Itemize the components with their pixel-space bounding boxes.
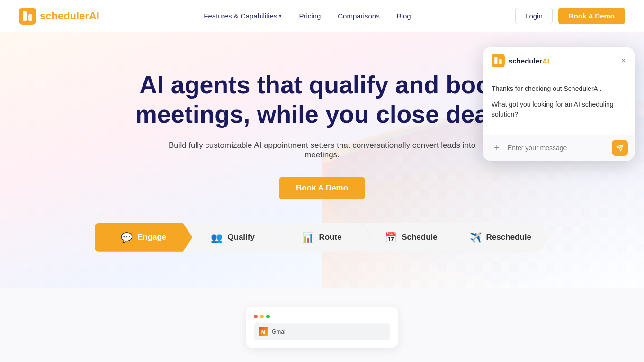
- qualify-icon: 👥: [211, 232, 223, 243]
- reschedule-icon: ✈️: [470, 232, 482, 243]
- gmail-label: Gmail: [272, 328, 286, 335]
- step-reschedule[interactable]: ✈️ Reschedule: [452, 223, 549, 252]
- svg-rect-8: [494, 57, 497, 64]
- content-area: M Gmail: [0, 288, 644, 362]
- gmail-preview: M Gmail: [254, 323, 390, 340]
- step-qualify[interactable]: 👥 Qualify: [184, 223, 281, 252]
- send-icon: [616, 144, 624, 152]
- browser-dot-red: [254, 315, 258, 318]
- step-schedule[interactable]: 📅 Schedule: [362, 223, 460, 252]
- steps-bar: 💬 Engage 👥 Qualify 📊 Route 📅 Schedule ✈️…: [95, 223, 549, 252]
- chat-attach-button[interactable]: +: [490, 141, 504, 155]
- chat-logo-text: schedulerAI: [509, 57, 549, 65]
- svg-rect-0: [19, 8, 36, 25]
- chat-message-2: What got you looking for an AI schedulin…: [492, 100, 626, 119]
- chat-input[interactable]: [508, 144, 608, 152]
- preview-card: M Gmail: [246, 307, 398, 348]
- chat-header: schedulerAI ×: [483, 47, 635, 74]
- route-icon: 📊: [302, 232, 314, 243]
- navbar: schedulerAI Features & Capabilities ▾ Pr…: [0, 0, 644, 32]
- chat-widget: schedulerAI × Thanks for checking out Sc…: [483, 47, 635, 161]
- chat-close-button[interactable]: ×: [621, 56, 626, 65]
- book-demo-button-nav[interactable]: Book A Demo: [558, 8, 625, 24]
- logo-text: schedulerAI: [40, 10, 99, 22]
- hero-heading: AI agents that qualify and book meetings…: [109, 70, 535, 129]
- browser-dot-yellow: [260, 315, 264, 318]
- chat-messages: Thanks for checking out SchedulerAI. Wha…: [483, 74, 635, 135]
- step-route[interactable]: 📊 Route: [273, 223, 371, 252]
- chat-input-area: +: [483, 135, 635, 161]
- chevron-down-icon: ▾: [279, 13, 282, 19]
- chat-logo: schedulerAI: [492, 54, 549, 67]
- login-button[interactable]: Login: [515, 8, 553, 24]
- svg-rect-9: [499, 59, 502, 64]
- logo-icon: [19, 8, 36, 25]
- browser-dot-green: [266, 315, 270, 318]
- book-demo-button-hero[interactable]: Book A Demo: [279, 177, 365, 199]
- nav-comparisons[interactable]: Comparisons: [338, 12, 379, 20]
- nav-actions: Login Book A Demo: [515, 8, 625, 24]
- browser-bar: [254, 315, 390, 318]
- chat-message-1: Thanks for checking out SchedulerAI.: [492, 84, 626, 94]
- nav-blog[interactable]: Blog: [397, 12, 411, 20]
- engage-icon: 💬: [121, 232, 133, 243]
- svg-rect-1: [23, 11, 27, 21]
- schedule-icon: 📅: [385, 232, 397, 243]
- gmail-icon: M: [259, 327, 268, 336]
- hero-subtext: Build fully customizable AI appointment …: [156, 141, 488, 160]
- svg-rect-7: [492, 54, 505, 67]
- svg-rect-2: [28, 14, 32, 21]
- step-engage[interactable]: 💬 Engage: [95, 223, 192, 252]
- nav-features[interactable]: Features & Capabilities ▾: [204, 12, 282, 20]
- logo[interactable]: schedulerAI: [19, 8, 99, 25]
- nav-pricing[interactable]: Pricing: [299, 12, 321, 20]
- chat-logo-icon: [492, 54, 505, 67]
- chat-send-button[interactable]: [612, 140, 628, 156]
- nav-links: Features & Capabilities ▾ Pricing Compar…: [204, 12, 411, 20]
